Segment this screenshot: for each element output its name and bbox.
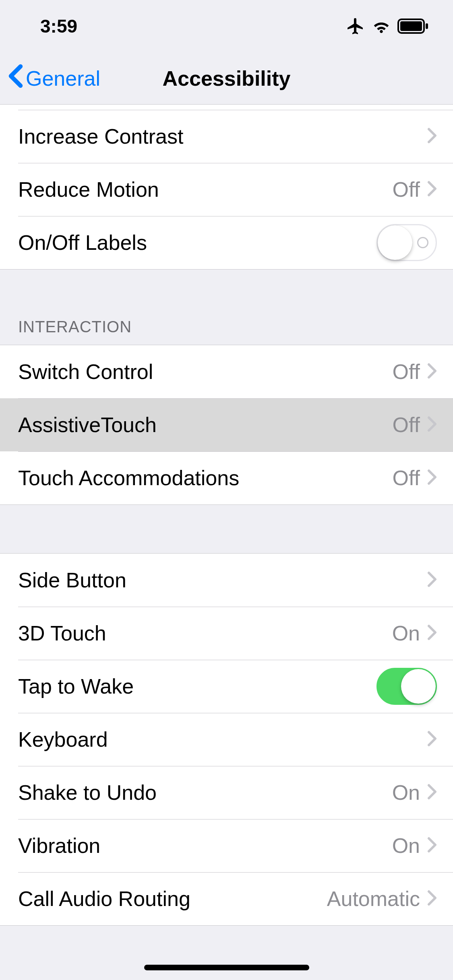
row-label: Keyboard (18, 727, 427, 751)
row-value: Off (393, 177, 420, 202)
status-bar: 3:59 (0, 0, 453, 52)
row-label: Vibration (18, 834, 392, 858)
reduce-motion-row[interactable]: Reduce Motion Off (0, 163, 453, 216)
display-group: Button Shapes Increase Contrast Reduce M… (0, 105, 453, 270)
row-label: Increase Contrast (18, 124, 427, 148)
chevron-right-icon (427, 466, 437, 490)
3d-touch-row[interactable]: 3D Touch On (0, 607, 453, 660)
row-label: Tap to Wake (18, 674, 376, 698)
svg-rect-1 (400, 21, 422, 31)
row-value: Automatic (327, 887, 420, 911)
home-indicator (144, 965, 309, 970)
chevron-right-icon (427, 124, 437, 148)
row-value: On (392, 834, 420, 858)
status-icons (346, 16, 429, 36)
svg-rect-2 (426, 23, 428, 29)
airplane-mode-icon (346, 16, 365, 36)
chevron-right-icon (427, 177, 437, 202)
increase-contrast-row[interactable]: Increase Contrast (0, 110, 453, 163)
row-value: Off (393, 466, 420, 490)
battery-icon (397, 19, 429, 34)
row-value: On (392, 621, 420, 645)
toggle-knob (378, 225, 412, 260)
chevron-right-icon (427, 621, 437, 645)
row-label: On/Off Labels (18, 231, 376, 255)
interaction-group: Switch Control Off AssistiveTouch Off To… (0, 345, 453, 505)
content-area: Button Shapes Increase Contrast Reduce M… (0, 105, 453, 980)
button-shapes-row[interactable]: Button Shapes (0, 105, 453, 110)
toggle-knob (401, 669, 436, 704)
chevron-right-icon (427, 568, 437, 592)
side-button-row[interactable]: Side Button (0, 554, 453, 607)
tap-to-wake-toggle[interactable] (376, 668, 437, 705)
row-label: Reduce Motion (18, 177, 393, 202)
row-label: 3D Touch (18, 621, 392, 645)
touch-accommodations-row[interactable]: Touch Accommodations Off (0, 451, 453, 504)
more-group: Side Button 3D Touch On Tap to Wake Key (0, 553, 453, 926)
vibration-row[interactable]: Vibration On (0, 819, 453, 872)
row-label: AssistiveTouch (18, 413, 393, 437)
back-label: General (26, 66, 100, 91)
row-value: Off (393, 413, 420, 437)
toggle-off-indicator (417, 237, 428, 248)
call-audio-routing-row[interactable]: Call Audio Routing Automatic (0, 872, 453, 925)
status-time: 3:59 (40, 15, 77, 37)
row-label: Side Button (18, 568, 427, 592)
row-label: Touch Accommodations (18, 466, 393, 490)
on-off-labels-toggle[interactable] (376, 224, 437, 261)
back-button[interactable]: General (0, 64, 100, 93)
row-label: Switch Control (18, 360, 393, 384)
chevron-right-icon (427, 887, 437, 911)
assistivetouch-row[interactable]: AssistiveTouch Off (0, 398, 453, 451)
on-off-labels-row[interactable]: On/Off Labels (0, 216, 453, 269)
row-value: On (392, 780, 420, 805)
switch-control-row[interactable]: Switch Control Off (0, 345, 453, 398)
chevron-right-icon (427, 780, 437, 805)
row-label: Shake to Undo (18, 780, 392, 805)
chevron-right-icon (427, 360, 437, 384)
nav-bar: General Accessibility (0, 52, 453, 105)
row-label: Call Audio Routing (18, 887, 327, 911)
chevron-right-icon (427, 834, 437, 858)
shake-to-undo-row[interactable]: Shake to Undo On (0, 766, 453, 819)
chevron-right-icon (427, 413, 437, 437)
row-value: Off (393, 360, 420, 384)
wifi-icon (372, 18, 391, 34)
tap-to-wake-row[interactable]: Tap to Wake (0, 660, 453, 713)
interaction-header: INTERACTION (0, 270, 453, 345)
chevron-right-icon (427, 727, 437, 751)
chevron-left-icon (8, 64, 23, 93)
keyboard-row[interactable]: Keyboard (0, 713, 453, 766)
